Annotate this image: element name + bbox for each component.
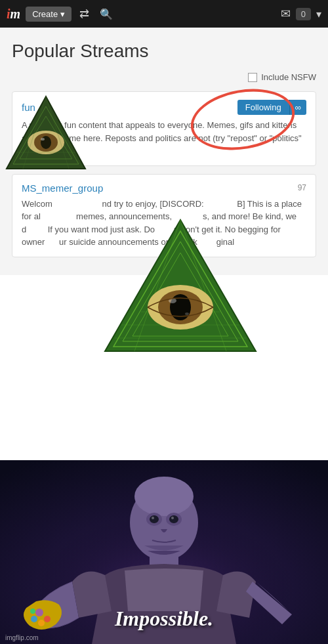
site-logo: im	[7, 7, 20, 22]
impossible-text: Impossible.	[115, 607, 213, 631]
stream-header-fun: fun Following ∞	[22, 100, 306, 115]
search-icon: 🔍	[100, 9, 113, 20]
svg-point-39	[38, 620, 45, 626]
stream-item-fun: fun Following ∞ A place for fun content …	[12, 91, 316, 166]
notification-badge: 0	[296, 8, 311, 20]
svg-point-36	[35, 609, 43, 616]
nsfw-label: Include NSFW	[261, 72, 316, 82]
svg-point-32	[169, 515, 178, 523]
svg-point-34	[171, 517, 174, 519]
profile-dropdown-icon[interactable]: ▾	[316, 8, 321, 20]
nsfw-checkbox[interactable]	[248, 73, 257, 82]
svg-point-33	[152, 517, 154, 519]
svg-point-22	[170, 294, 191, 320]
page-title: Popular Streams	[12, 41, 316, 62]
stream-description-ms: Welcom nd try to enjoy, [DISCORD: B] Thi…	[22, 198, 306, 249]
svg-point-23	[169, 298, 176, 303]
logo-m: m	[10, 7, 21, 21]
thanos-section: Impossible. imgflip.com	[0, 460, 328, 644]
topbar: im Create ▾ ⇄ 🔍 ✉ 0 ▾	[0, 0, 328, 28]
svg-point-28	[134, 477, 194, 516]
nsfw-row: Include NSFW	[12, 72, 316, 82]
svg-point-40	[30, 609, 35, 614]
search-button[interactable]: 🔍	[97, 5, 115, 24]
svg-point-37	[31, 616, 37, 622]
create-button[interactable]: Create ▾	[26, 7, 72, 22]
stream-count-ms: 97	[298, 183, 306, 192]
svg-point-38	[44, 616, 51, 622]
svg-point-20	[148, 285, 213, 330]
stream-header-ms: MS_memer_group 97	[22, 182, 306, 194]
stream-name-ms[interactable]: MS_memer_group	[22, 182, 103, 194]
following-button[interactable]: Following	[237, 100, 289, 115]
imgflip-watermark: imgflip.com	[5, 634, 39, 641]
infinity-button[interactable]: ∞	[289, 100, 306, 115]
stream-name-fun[interactable]: fun	[22, 102, 35, 113]
main-content: Popular Streams Include NSFW fun Followi…	[0, 28, 328, 275]
shuffle-icon: ⇄	[79, 7, 89, 20]
stream-item-ms: MS_memer_group 97 Welcom nd try to enjoy…	[12, 174, 316, 257]
svg-point-21	[158, 290, 203, 324]
shuffle-button[interactable]: ⇄	[77, 4, 92, 24]
svg-point-31	[150, 515, 159, 523]
mail-icon: ✉	[281, 7, 291, 21]
stream-actions-fun: Following ∞	[237, 100, 306, 115]
stream-description-fun: A place for fun content that appeals to …	[22, 119, 306, 158]
svg-point-24	[185, 312, 189, 315]
